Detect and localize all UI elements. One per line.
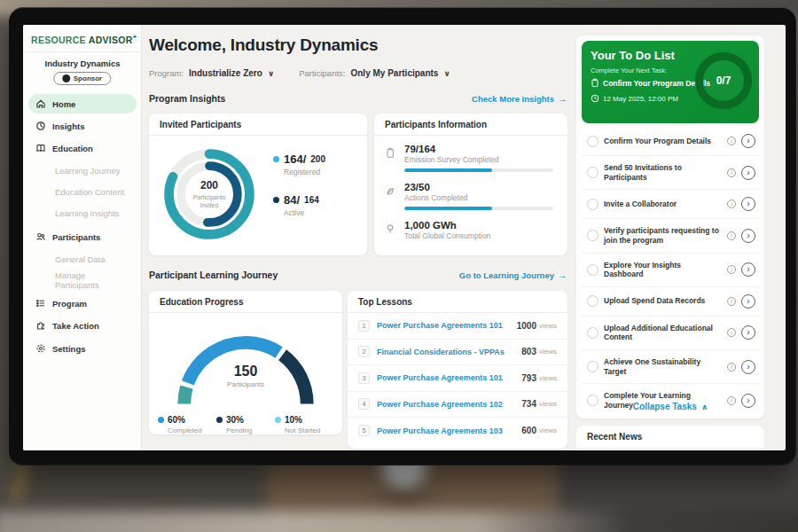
sidebar-item-insights[interactable]: Insights bbox=[28, 116, 137, 136]
sidebar-item-manage-participants[interactable]: Manage Participants bbox=[28, 270, 137, 290]
info-icon[interactable]: i bbox=[727, 231, 736, 240]
sponsor-badge[interactable]: Sponsor bbox=[53, 72, 111, 85]
consumption-stat: 1,000 GWh Total Global Consumption bbox=[385, 220, 557, 240]
program-insights-section-header: Program Insights Check More Insights → bbox=[149, 93, 567, 104]
chevron-down-icon[interactable]: ∨ bbox=[443, 69, 450, 78]
filter-bar: Program: Industrialize Zero ∨ Participan… bbox=[149, 68, 450, 78]
sidebar-item-participants[interactable]: Participants bbox=[28, 227, 137, 246]
not-started-dot-icon bbox=[275, 417, 281, 423]
legend-pending: 30% Pending bbox=[216, 415, 275, 434]
collapse-tasks-link[interactable]: Collapse Tasks∧ bbox=[576, 402, 764, 411]
sidebar-item-learning-journey[interactable]: Learning Journey bbox=[28, 160, 137, 180]
task-row: Achieve One Sustainability Target i › bbox=[582, 350, 759, 384]
actions-completed-progressbar bbox=[404, 207, 553, 210]
task-checkbox[interactable] bbox=[587, 136, 598, 147]
sidebar-item-program[interactable]: Program bbox=[28, 293, 137, 313]
card-title: Invited Participants bbox=[149, 113, 367, 136]
rank-badge: 1 bbox=[358, 320, 370, 332]
todo-task-list: Confirm Your Program Details i › Send 50… bbox=[582, 127, 759, 418]
sidebar-item-settings[interactable]: Settings bbox=[28, 339, 137, 358]
card-title: Education Progress bbox=[149, 291, 342, 313]
education-icon bbox=[35, 143, 46, 153]
todo-title: Your To Do List bbox=[591, 49, 675, 62]
card-title: Top Lessons bbox=[348, 291, 567, 313]
invited-participants-card: Invited Participants 200 Participants In… bbox=[149, 113, 367, 255]
task-checkbox[interactable] bbox=[587, 167, 598, 178]
task-checkbox[interactable] bbox=[587, 230, 598, 241]
task-checkbox[interactable] bbox=[587, 295, 598, 307]
legend-not-started: 10% Not Started bbox=[275, 415, 333, 434]
task-open-button[interactable]: › bbox=[741, 325, 755, 340]
todo-summary-card: Your To Do List Complete Your Next Task:… bbox=[582, 41, 759, 123]
arrow-right-icon: → bbox=[558, 93, 567, 104]
lesson-row: 1 Power Purchase Agreements 101 1000 vie… bbox=[348, 313, 567, 340]
settings-icon bbox=[35, 343, 46, 354]
active-dot-icon bbox=[273, 197, 279, 203]
sidebar-item-take-action[interactable]: Take Action bbox=[28, 316, 137, 335]
education-progress-card: Education Progress 150 Participants 60% bbox=[149, 291, 342, 434]
info-icon[interactable]: i bbox=[727, 168, 736, 177]
info-icon[interactable]: i bbox=[727, 297, 736, 306]
lesson-row: 2 Financial Considerations - VPPAs 803 v… bbox=[348, 340, 567, 366]
monitor-bezel: RESOURCE ADVISOR+ Industry Dynamics Spon… bbox=[9, 7, 796, 466]
task-checkbox[interactable] bbox=[587, 199, 598, 210]
rank-badge: 4 bbox=[358, 398, 370, 410]
clock-icon bbox=[591, 94, 599, 103]
actions-completed-stat: 23/50 Actions Completed bbox=[385, 182, 557, 210]
task-row: Upload Spend Data Records i › bbox=[582, 287, 759, 317]
info-icon[interactable]: i bbox=[727, 363, 736, 372]
task-open-button[interactable]: › bbox=[741, 166, 755, 180]
info-icon[interactable]: i bbox=[727, 265, 736, 274]
sidebar-item-education-content[interactable]: Education Content bbox=[28, 182, 137, 201]
emission-survey-progressbar bbox=[404, 168, 553, 172]
task-row: Send 50 Invitations to Participants i › bbox=[582, 156, 759, 190]
lesson-row: 4 Power Purchase Agreements 102 734 view… bbox=[348, 392, 567, 419]
program-filter[interactable]: Program: Industrialize Zero ∨ bbox=[149, 68, 274, 78]
lesson-link[interactable]: Power Purchase Agreements 101 bbox=[377, 373, 521, 382]
participants-filter[interactable]: Participants: Only My Participants ∨ bbox=[299, 68, 450, 78]
participants-icon bbox=[35, 231, 46, 242]
check-more-insights-link[interactable]: Check More Insights → bbox=[472, 93, 567, 104]
task-row: Upload Additional Educational Content i … bbox=[582, 317, 759, 350]
program-icon bbox=[35, 298, 46, 309]
task-open-button[interactable]: › bbox=[741, 262, 755, 277]
task-open-button[interactable]: › bbox=[741, 134, 755, 148]
recent-news-card: Recent News bbox=[576, 426, 764, 450]
info-icon[interactable]: i bbox=[727, 200, 736, 208]
lesson-link[interactable]: Financial Considerations - VPPAs bbox=[377, 348, 521, 356]
task-open-button[interactable]: › bbox=[741, 197, 755, 211]
task-checkbox[interactable] bbox=[587, 264, 598, 276]
go-to-learning-journey-link[interactable]: Go to Learning Journey → bbox=[459, 270, 567, 280]
rank-badge: 2 bbox=[358, 346, 370, 357]
caret-up-icon: ∧ bbox=[701, 403, 708, 411]
sidebar-item-home[interactable]: Home bbox=[28, 94, 137, 113]
task-checkbox[interactable] bbox=[587, 327, 598, 339]
home-icon bbox=[35, 98, 46, 109]
page-title: Welcome, Industry Dynamics bbox=[149, 35, 378, 55]
sidebar-item-education[interactable]: Education bbox=[28, 138, 137, 158]
learning-journey-section-header: Participant Learning Journey Go to Learn… bbox=[149, 270, 567, 280]
lesson-link[interactable]: Power Purchase Agreements 103 bbox=[377, 426, 521, 435]
lesson-link[interactable]: Power Purchase Agreements 101 bbox=[377, 321, 517, 330]
task-open-button[interactable]: › bbox=[741, 294, 755, 309]
sidebar-item-learning-insights[interactable]: Learning Insights bbox=[28, 203, 137, 223]
lesson-row: 3 Power Purchase Agreements 101 793 view… bbox=[348, 365, 567, 392]
chevron-down-icon[interactable]: ∨ bbox=[268, 69, 274, 78]
participants-information-card: Participants Information 79/164 Emission… bbox=[374, 113, 567, 255]
task-open-button[interactable]: › bbox=[741, 360, 755, 374]
emission-survey-stat: 79/164 Emission Survey Completed bbox=[385, 144, 557, 172]
lightbulb-icon bbox=[385, 223, 395, 235]
info-icon[interactable]: i bbox=[727, 328, 736, 337]
donut-center-caption: Participants Invited bbox=[184, 193, 235, 209]
scene: RESOURCE ADVISOR+ Industry Dynamics Spon… bbox=[0, 0, 798, 532]
todo-datetime: 12 May 2025, 12:00 PM bbox=[591, 94, 678, 103]
sidebar-item-general-data[interactable]: General Data bbox=[28, 249, 137, 269]
dashboard-screen: RESOURCE ADVISOR+ Industry Dynamics Spon… bbox=[23, 25, 786, 450]
task-checkbox[interactable] bbox=[587, 361, 598, 372]
info-icon[interactable]: i bbox=[727, 137, 736, 145]
task-open-button[interactable]: › bbox=[741, 229, 755, 243]
task-row: Complete Your Learning Journey i › bbox=[582, 384, 759, 417]
lesson-link[interactable]: Power Purchase Agreements 102 bbox=[377, 400, 521, 409]
legend-completed: 60% Completed bbox=[158, 415, 216, 434]
sidebar: RESOURCE ADVISOR+ Industry Dynamics Spon… bbox=[23, 25, 142, 450]
